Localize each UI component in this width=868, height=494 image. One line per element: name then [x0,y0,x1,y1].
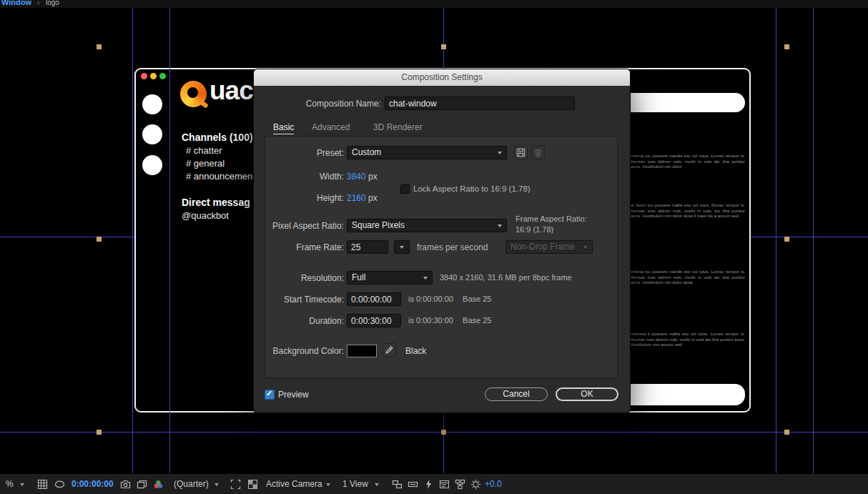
background-color-label: Background Color: [265,346,344,356]
preview-checkbox[interactable] [265,390,275,400]
avatar [142,155,162,175]
magnification-dropdown[interactable]: % [6,474,14,494]
share-view-options-button[interactable] [392,479,403,490]
pixel-aspect-label: Pixel Aspect Ratio: [265,221,344,231]
frames-per-second-label: frames per second [417,242,488,252]
viewer-toolbar: % 0:00:00:00 (Quarter) Active Camera 1 V… [0,473,868,494]
trash-icon [533,148,543,157]
region-of-interest-button[interactable] [230,479,241,490]
blurred-paragraph: al hesct ico posuere mallis esc vol iutu… [631,203,745,219]
guide-line-vertical [132,8,133,473]
preset-label: Preset: [265,148,344,158]
composition-name-label: Composition Name: [254,99,381,109]
selection-handle[interactable] [441,44,446,49]
resolution-label: Resolution: [265,273,344,283]
guide-line-vertical [813,8,814,473]
avatar [142,124,162,144]
channel-item: # chatter [186,145,222,156]
avatar [142,94,162,114]
view-layout-dropdown[interactable]: 1 View [342,474,368,494]
menu-bar: Window ‹ logo [0,0,868,8]
tab-basic[interactable]: Basic [273,122,294,134]
resolution-info: 3840 x 2160, 31.6 MB per 8bpc frame [440,273,572,282]
grid-and-guides-button[interactable] [37,479,48,490]
selection-handle[interactable] [784,44,789,49]
chevron-down-icon [498,224,502,227]
start-timecode-label: Start Timecode: [265,295,344,305]
selection-handle[interactable] [97,44,102,49]
preset-dropdown[interactable]: Custom [347,146,507,159]
composition-name-input[interactable] [385,97,575,110]
start-timecode-input[interactable] [347,292,401,306]
eyedropper-icon [385,345,394,355]
after-effects-workspace: Window ‹ logo uac Channels (100) # chatt… [0,0,868,494]
dialog-title: Composition Settings [254,69,630,86]
show-snapshot-button[interactable] [137,479,147,490]
basic-tab-panel: Preset: Custom Wi [265,136,618,378]
mask-visibility-button[interactable] [54,479,65,490]
3d-view-dropdown[interactable]: Active Camera [266,474,322,494]
chevron-down-icon [400,246,404,249]
timeline-button[interactable] [439,479,450,490]
save-icon [516,148,526,157]
quack-logo-icon [180,81,207,107]
eyedropper-button[interactable] [383,343,396,357]
dm-item: @quackbot [182,210,229,221]
transparency-grid-button[interactable] [247,479,258,490]
resolution-dropdown[interactable]: (Quarter) [174,474,209,494]
lock-aspect-checkbox[interactable] [400,184,410,194]
background-color-name: Black [405,346,426,356]
window-menu-item[interactable]: Window [1,0,31,6]
pixel-aspect-dropdown[interactable]: Square Pixels [347,219,507,232]
pixel-aspect-correction-button[interactable] [408,479,418,490]
selection-handle[interactable] [97,237,102,242]
guide-line-vertical [169,8,170,473]
selection-handle[interactable] [97,430,102,435]
exposure-value[interactable]: +0.0 [485,474,502,494]
width-value[interactable]: 3840 px [347,172,378,182]
frame-aspect-label: Frame Aspect Ratio: [516,214,587,223]
snapshot-camera-button[interactable] [120,479,131,490]
frame-rate-input[interactable] [347,240,388,254]
delete-preset-button[interactable] [531,146,545,159]
selection-handle[interactable] [784,237,789,242]
tab-3d-renderer[interactable]: 3D Renderer [373,122,423,132]
quack-logo-text: uac [209,76,253,106]
width-label: Width: [265,172,344,182]
save-preset-button[interactable] [514,146,528,159]
frame-aspect-value: 16:9 (1.78) [516,225,553,234]
direct-messages-header: Direct messag [182,197,250,208]
traffic-light-zoom-icon [159,73,166,79]
background-color-swatch[interactable] [347,345,377,357]
frame-rate-label: Frame Rate: [265,242,344,252]
traffic-light-minimize-icon [150,73,157,79]
ok-button[interactable]: OK [556,387,618,401]
lock-aspect-label: Lock Aspect Ratio to 16:9 (1.78) [413,184,531,193]
blurred-paragraph: mhesa ico posuere mardis esc vol iutus. … [631,270,745,286]
height-value[interactable]: 2160 px [347,193,378,203]
composition-flowchart-button[interactable] [455,479,465,490]
duration-label: Duration: [265,316,344,326]
current-time-display[interactable]: 0:00:00:00 [71,474,114,494]
composition-settings-dialog: Composition Settings Composition Name: B… [254,69,630,413]
show-channel-button[interactable] [153,479,164,490]
tab-advanced[interactable]: Advanced [312,122,350,132]
composition-tab-logo[interactable]: logo [46,0,59,6]
cancel-button[interactable]: Cancel [485,387,548,401]
duration-input[interactable] [347,314,401,327]
drop-frame-dropdown: Non-Drop Frame [505,240,593,254]
selection-handle[interactable] [441,430,446,435]
selection-handle[interactable] [784,430,789,435]
resolution-dropdown[interactable]: Full [347,271,433,285]
height-label: Height: [265,193,344,203]
chevron-down-icon [20,483,24,486]
duration-info: is 0:00:30:00 Base 25 [408,316,491,325]
blurred-paragraph: mhesca it posuere mallis esc vol iutus. … [631,332,745,348]
chevron-down-icon [375,483,379,486]
preview-label: Preview [278,390,309,400]
reset-exposure-button[interactable] [470,479,481,490]
fast-previews-button[interactable] [423,479,434,490]
frame-rate-dropdown-button[interactable] [394,240,410,254]
guide-line-vertical [776,8,776,473]
tab-back-icon: ‹ [37,0,39,6]
